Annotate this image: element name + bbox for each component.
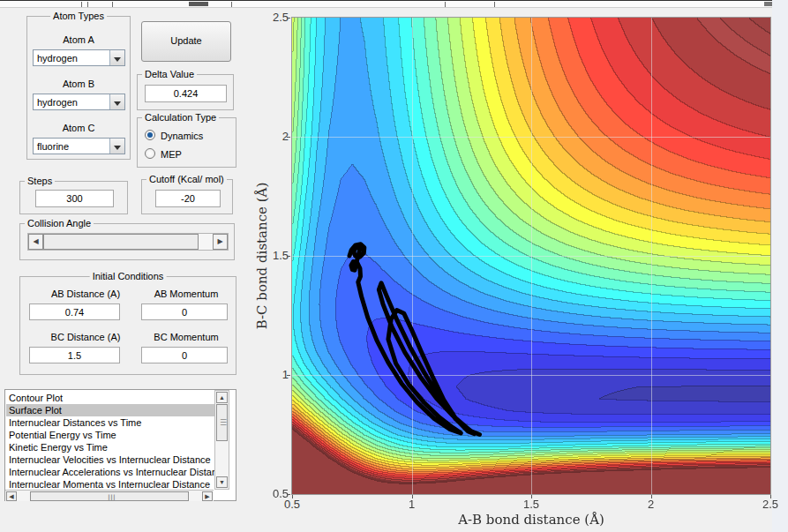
initial-conditions-panel: Initial Conditions AB Distance (A) AB Mo… xyxy=(19,276,236,375)
cutoff-panel: Cutoff (Kcal/ mol) xyxy=(141,179,233,214)
x-tick-mark xyxy=(412,495,413,498)
dropdown-button[interactable] xyxy=(109,139,124,154)
atom-b-label: Atom B xyxy=(27,79,130,89)
plot-type-listbox[interactable]: Contour Plot Surface Plot Internuclear D… xyxy=(4,389,236,501)
atom-b-value: hydrogen xyxy=(37,97,78,108)
thumb-grip: ☰ xyxy=(107,493,115,500)
y-axis-label: B-C bond distance (Å) xyxy=(254,183,270,330)
thumb-grip: ☰ xyxy=(220,419,227,427)
toolbar-mark xyxy=(87,2,88,7)
hscroll-thumb[interactable]: ☰ xyxy=(30,491,189,501)
toolbar-mark xyxy=(494,2,495,7)
chevron-down-icon xyxy=(114,146,121,154)
collision-angle-title: Collision Angle xyxy=(25,218,94,229)
atom-c-dropdown[interactable]: fluorine xyxy=(33,138,125,154)
atom-b-dropdown[interactable]: hydrogen xyxy=(33,94,125,110)
calculation-type-title: Calculation Type xyxy=(142,112,219,124)
slider-right-arrow[interactable]: ▶ xyxy=(213,234,228,250)
potential-energy-surface-plot xyxy=(291,17,771,495)
list-item[interactable]: Internuclear Accelerations vs Internucle… xyxy=(6,466,219,478)
list-item[interactable]: Surface Plot xyxy=(6,404,219,416)
x-tick-mark xyxy=(770,495,771,498)
scroll-down-arrow[interactable]: ▼ xyxy=(216,476,228,488)
bc-momentum-field[interactable] xyxy=(141,347,228,363)
cutoff-title: Cutoff (Kcal/ mol) xyxy=(146,174,227,185)
list-item[interactable]: Kinetic Energy vs Time xyxy=(6,441,219,453)
bc-momentum-label: BC Momentum xyxy=(142,332,230,342)
steps-panel: Steps xyxy=(19,181,128,214)
ab-momentum-label: AB Momentum xyxy=(142,288,230,299)
mep-radio[interactable] xyxy=(145,148,155,159)
collision-angle-panel: Collision Angle ◀ ▶ xyxy=(19,223,235,260)
list-item[interactable]: Internuclear Velocities vs Internuclear … xyxy=(6,453,219,466)
update-button-label: Update xyxy=(170,35,201,46)
delta-value-title: Delta Value xyxy=(142,69,197,80)
dynamics-radio[interactable] xyxy=(145,130,155,140)
steps-title: Steps xyxy=(25,176,55,187)
x-tick-mark xyxy=(531,495,532,498)
atom-a-label: Atom A xyxy=(27,34,130,45)
y-tick-mark xyxy=(287,137,290,138)
vscroll-thumb[interactable]: ☰ xyxy=(216,404,228,441)
slider-thumb[interactable] xyxy=(43,234,199,250)
x-tick-mark xyxy=(651,495,652,498)
y-tick-label: 0.5 xyxy=(249,487,289,500)
y-tick-mark xyxy=(287,375,290,376)
toolbar-mark xyxy=(81,2,82,7)
atom-c-label: Atom C xyxy=(27,123,130,133)
atom-a-value: hydrogen xyxy=(37,53,78,64)
window-top-strip xyxy=(0,0,788,8)
y-tick-mark xyxy=(287,18,290,19)
atom-types-title: Atom Types xyxy=(50,11,107,22)
y-tick-mark xyxy=(287,494,290,495)
chevron-down-icon xyxy=(114,101,121,109)
list-item[interactable]: Internuclear Distances vs Time xyxy=(6,416,219,429)
dynamics-radio-label: Dynamics xyxy=(161,131,203,141)
atom-a-dropdown[interactable]: hydrogen xyxy=(33,49,125,66)
listbox-vscrollbar[interactable]: ▲ ☰ ▼ xyxy=(214,390,229,490)
y-tick-label: 1 xyxy=(249,368,289,381)
ab-distance-label: AB Distance (A) xyxy=(29,288,142,299)
x-tick-label: 1 xyxy=(390,498,434,511)
atom-c-value: fluorine xyxy=(37,141,69,152)
x-axis-label: A-B bond distance (Å) xyxy=(458,512,604,528)
scroll-right-arrow[interactable]: ▶ xyxy=(202,491,213,501)
cutoff-field[interactable] xyxy=(155,190,221,207)
steps-field[interactable] xyxy=(35,190,114,207)
ab-momentum-field[interactable] xyxy=(141,303,228,320)
x-tick-label: 2 xyxy=(629,498,673,511)
scroll-up-arrow[interactable]: ▲ xyxy=(216,392,228,403)
dropdown-button[interactable] xyxy=(109,94,124,109)
initial-conditions-title: Initial Conditions xyxy=(90,271,167,282)
delta-value-field[interactable] xyxy=(145,85,227,102)
toolbar-mark xyxy=(231,2,232,7)
reaction-dynamics-app: Atom Types Atom A hydrogen Atom B hydrog… xyxy=(0,0,788,532)
y-tick-label: 2 xyxy=(249,130,289,143)
toolbar-mark xyxy=(112,2,113,7)
toolbar-mark xyxy=(445,2,446,7)
scroll-left-arrow[interactable]: ◀ xyxy=(6,491,17,501)
toolbar-mark xyxy=(189,2,208,6)
x-tick-label: 1.5 xyxy=(509,498,553,511)
update-button[interactable]: Update xyxy=(141,21,231,62)
y-tick-mark xyxy=(287,256,290,257)
bc-distance-label: BC Distance (A) xyxy=(29,332,142,342)
atom-types-panel: Atom Types Atom A hydrogen Atom B hydrog… xyxy=(26,16,131,160)
dropdown-button[interactable] xyxy=(109,50,124,65)
mep-radio-label: MEP xyxy=(161,149,182,160)
calculation-type-panel: Calculation Type Dynamics MEP xyxy=(137,117,236,168)
ab-distance-field[interactable] xyxy=(29,303,120,320)
figure-right-margin xyxy=(772,0,788,532)
listbox-hscrollbar[interactable]: ◀ ☰ ▶ xyxy=(5,490,214,501)
slider-left-arrow[interactable]: ◀ xyxy=(28,234,43,250)
chevron-down-icon xyxy=(114,57,121,65)
x-tick-label: 2.5 xyxy=(748,498,788,511)
delta-value-panel: Delta Value xyxy=(137,74,234,110)
bc-distance-field[interactable] xyxy=(29,347,120,363)
list-item[interactable]: Potential Energy vs Time xyxy=(6,429,219,441)
list-item[interactable]: Internuclear Momenta vs Internuclear Dis… xyxy=(6,478,219,491)
list-item[interactable]: Contour Plot xyxy=(6,392,219,404)
x-tick-mark xyxy=(292,495,293,498)
collision-angle-slider[interactable]: ◀ ▶ xyxy=(27,233,229,251)
y-tick-label: 2.5 xyxy=(249,11,289,24)
